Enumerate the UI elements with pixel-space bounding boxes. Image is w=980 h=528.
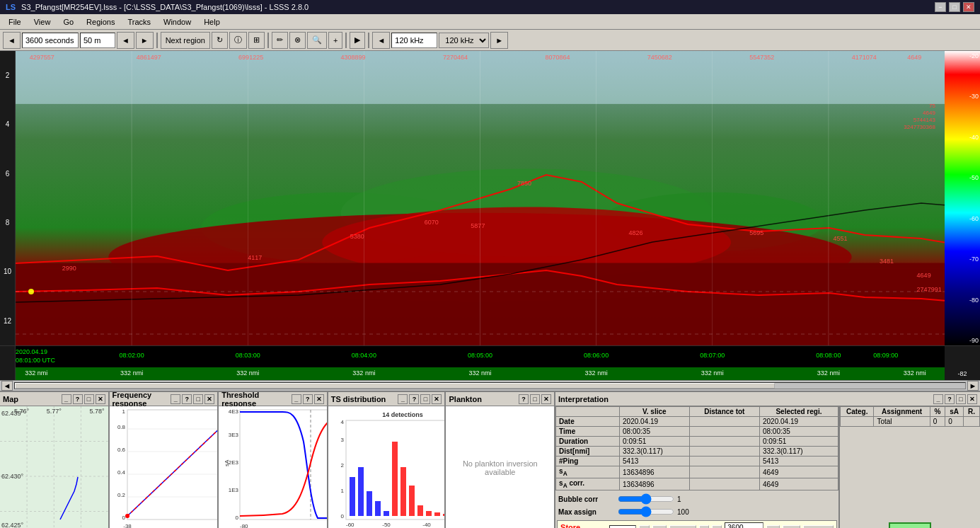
max-assign-slider[interactable] — [618, 506, 674, 517]
freq-help-btn[interactable]: ? — [182, 394, 192, 404]
svg-rect-98 — [384, 511, 389, 516]
store-num1[interactable]: 38 — [766, 525, 780, 528]
scroll-right-button[interactable]: ► — [967, 381, 979, 391]
depth-label-4: 4 — [6, 120, 10, 128]
freq-dropdown[interactable]: 120 kHz 38 kHz — [439, 33, 489, 48]
interp-category-table: Categ. Assignment % sA R. Total 0 0 — [840, 406, 980, 427]
menu-tracks[interactable]: Tracks — [122, 16, 156, 28]
svg-text:4861497: 4861497 — [137, 54, 161, 61]
maximize-button[interactable]: □ — [949, 2, 960, 12]
duration-label-cell: Duration — [556, 437, 620, 447]
pencil-button[interactable]: ✏ — [272, 32, 288, 49]
max-assign-value: 100 — [677, 508, 689, 516]
svg-text:2747991: 2747991 — [917, 286, 942, 293]
threshold-minimize-btn[interactable]: _ — [292, 394, 301, 404]
map-help-btn[interactable]: ? — [73, 394, 83, 404]
bubble-corr-slider[interactable] — [618, 493, 674, 505]
menu-window[interactable]: Window — [158, 16, 197, 28]
interp-minimize-btn[interactable]: _ — [933, 394, 943, 404]
store-label: Store [seconds]: — [560, 523, 606, 528]
svg-text:1E3: 1E3 — [229, 487, 239, 493]
menu-go[interactable]: Go — [57, 16, 79, 28]
eraser-button[interactable]: ⊗ — [289, 32, 306, 49]
depth-label-6: 6 — [6, 170, 10, 178]
time-label-cell: Time — [556, 427, 620, 437]
store-btn-01[interactable]: 0.1 — [652, 525, 666, 528]
svg-rect-70 — [240, 410, 327, 520]
interp-close-btn[interactable]: ✕ — [967, 394, 977, 404]
ping-label-cell: #Ping — [556, 457, 620, 466]
zoom-button[interactable]: 🔍 — [307, 32, 327, 49]
map-close-btn[interactable]: ✕ — [96, 394, 105, 404]
svg-text:6991225: 6991225 — [238, 54, 263, 61]
menu-help[interactable]: Help — [198, 16, 226, 28]
freq-close-btn[interactable]: ✕ — [204, 394, 214, 404]
interp-maximize-btn[interactable]: □ — [956, 394, 966, 404]
close-button[interactable]: ✕ — [963, 2, 974, 12]
ts-panel-title: TS distribution — [331, 395, 386, 403]
ts-close-btn[interactable]: ✕ — [432, 394, 442, 404]
plankton-help-btn[interactable]: ? — [519, 394, 529, 404]
map-minimize-btn[interactable]: _ — [62, 394, 71, 404]
menu-regions[interactable]: Regions — [81, 16, 120, 28]
echogram-scrollbar[interactable]: ◄ ► — [0, 380, 980, 391]
svg-text:-40: -40 — [422, 522, 431, 528]
svg-text:-38: -38 — [123, 523, 132, 528]
ping-distance — [689, 457, 759, 466]
freq-minimize-btn[interactable]: _ — [171, 394, 180, 404]
time-label-2: 08:03:00 — [236, 352, 260, 359]
plankton-close-btn[interactable]: ✕ — [541, 394, 551, 404]
plankton-maximize-btn[interactable]: □ — [530, 394, 540, 404]
threshold-close-btn[interactable]: ✕ — [314, 394, 324, 404]
date-label: Date — [556, 417, 620, 427]
nmi-label-7: 332 nmi — [817, 369, 840, 377]
echogram-area: 2 4 6 8 10 12 — [0, 51, 980, 391]
kelp-button[interactable]: KELP — [889, 522, 931, 528]
currency-button[interactable]: Curre... — [803, 525, 834, 528]
svg-text:4649: 4649 — [923, 110, 935, 116]
prev-freq-button[interactable]: ◄ — [372, 32, 390, 49]
store-nav-next[interactable]: ► — [712, 525, 722, 528]
map-maximize-btn[interactable]: □ — [84, 394, 94, 404]
echogram-main[interactable]: 4297557 4861497 6991225 4308899 7270464 … — [16, 51, 945, 345]
duration-v-slice: 0:09:51 — [620, 437, 690, 447]
interp-panel-header: Interpretation _ ? □ ✕ — [555, 392, 980, 406]
freq-display: 120 kHz — [391, 33, 437, 48]
ts-minimize-btn[interactable]: _ — [398, 394, 408, 404]
threshold-help-btn[interactable]: ? — [303, 394, 313, 404]
map-panel: Map _ ? □ ✕ 0.2 nmi — [0, 392, 110, 528]
lon-mid: 5.77° — [47, 408, 62, 415]
svg-rect-100 — [400, 467, 406, 516]
freq-maximize-btn[interactable]: □ — [193, 394, 203, 404]
store-nav-prev[interactable]: ◄ — [699, 525, 709, 528]
menu-view[interactable]: View — [28, 16, 57, 28]
ts-help-btn[interactable]: ? — [409, 394, 419, 404]
minimize-button[interactable]: − — [935, 2, 946, 12]
scroll-thumb[interactable] — [15, 383, 775, 389]
info-button[interactable]: ⓘ — [229, 32, 247, 49]
scroll-track[interactable] — [14, 382, 966, 389]
play-button[interactable]: ▶ — [350, 32, 365, 49]
delete-button[interactable]: Delete — [669, 525, 697, 528]
menu-file[interactable]: File — [3, 16, 27, 28]
scroll-left-button[interactable]: ◄ — [1, 381, 13, 391]
nmi-label-1: 332 nmi — [120, 369, 143, 377]
interp-right: Categ. Assignment % sA R. Total 0 0 — [838, 406, 980, 528]
map-content[interactable]: 0.2 nmi 62.435° 62.430° 62.425° 5.76° 5.… — [0, 406, 108, 528]
plus-button[interactable]: + — [328, 32, 342, 49]
store-num2[interactable]: 120 — [783, 525, 800, 528]
next-region-button[interactable]: Next region — [161, 32, 210, 49]
export-button[interactable]: ⊞ — [248, 32, 265, 49]
interp-help-btn[interactable]: ? — [945, 394, 955, 404]
refresh-button[interactable]: ↻ — [212, 32, 228, 49]
fwd-button[interactable]: ► — [136, 32, 154, 49]
total-row: Total 0 0 — [841, 417, 980, 427]
store-btn-1[interactable]: 1 — [639, 525, 650, 528]
store-input[interactable] — [609, 525, 636, 528]
plankton-panel-title: Plankton — [449, 395, 481, 403]
nav-prev-button[interactable]: ◄ — [3, 32, 21, 49]
next-freq-button[interactable]: ► — [490, 32, 508, 49]
back-button[interactable]: ◄ — [117, 32, 134, 49]
ts-maximize-btn[interactable]: □ — [420, 394, 430, 404]
max-assign-row: Max assign 100 — [558, 506, 836, 517]
